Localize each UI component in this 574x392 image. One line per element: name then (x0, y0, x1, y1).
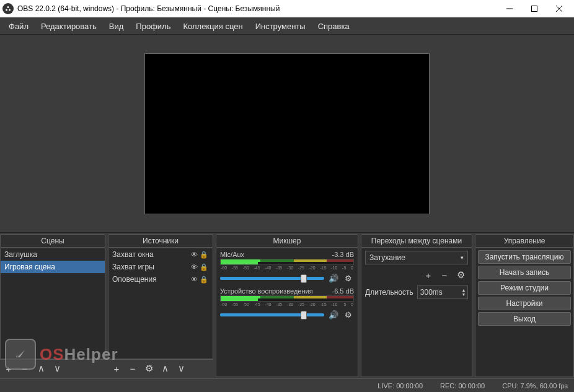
eye-icon[interactable]: 👁 (189, 263, 199, 271)
mixer-header: Микшер (216, 234, 358, 248)
sources-toolbar: + − ⚙ ∧ ∨ (108, 359, 213, 377)
mixer-channel: Устройство воспроизведения-6.5 dB-60-55-… (216, 285, 358, 321)
app-icon (2, 3, 14, 14)
scenes-toolbar: + − ∧ ∨ (0, 359, 105, 377)
gear-icon[interactable]: ⚙ (343, 309, 354, 320)
transitions-panel: Переходы между сценами Затухание ▾ + − ⚙… (361, 234, 472, 377)
transitions-body: Затухание ▾ + − ⚙ Длительность 300ms ▴▾ (361, 248, 472, 377)
remove-source-button[interactable]: − (125, 362, 140, 375)
transition-selected: Затухание (369, 253, 405, 262)
start-record-button[interactable]: Начать запись (478, 266, 571, 279)
duration-spinner[interactable]: 300ms ▴▾ (417, 285, 468, 299)
svg-rect-4 (532, 6, 537, 11)
menu-profile[interactable]: Профиль (130, 19, 177, 33)
svg-point-1 (6, 9, 7, 11)
preview-area (0, 35, 574, 233)
menu-file[interactable]: Файл (2, 19, 35, 33)
duration-value: 300ms (420, 288, 443, 297)
source-down-button[interactable]: ∨ (174, 362, 188, 375)
volume-slider[interactable] (220, 277, 324, 280)
channel-db: -3.3 dB (332, 251, 354, 258)
status-rec: REC: 00:00:00 (440, 382, 485, 390)
settings-button[interactable]: Настройки (478, 297, 571, 310)
mixer-panel: Микшер Mic/Aux-3.3 dB-60-55-50-45-40-35-… (216, 234, 358, 377)
window-titlebar: OBS 22.0.2 (64-bit, windows) - Профиль: … (0, 0, 574, 17)
remove-transition-button[interactable]: − (437, 268, 452, 282)
scenes-body: ЗаглушкаИгровая сцена (0, 248, 105, 359)
source-name: Оповещения (112, 275, 189, 284)
minimize-button[interactable] (497, 0, 522, 17)
menu-edit[interactable]: Редактировать (35, 19, 103, 33)
controls-panel: Управление Запустить трансляцию Начать з… (475, 234, 574, 377)
controls-body: Запустить трансляцию Начать запись Режим… (475, 248, 574, 377)
lock-icon[interactable]: 🔒 (199, 276, 209, 284)
scenes-header: Сцены (0, 234, 105, 248)
scene-up-button[interactable]: ∧ (33, 362, 48, 375)
menu-tools[interactable]: Инструменты (249, 19, 312, 33)
scene-down-button[interactable]: ∨ (50, 362, 64, 375)
menu-scene-collection[interactable]: Коллекция сцен (177, 19, 249, 33)
channel-name: Mic/Aux (220, 251, 244, 258)
add-source-button[interactable]: + (109, 362, 124, 375)
spinner-arrows-icon: ▴▾ (462, 288, 465, 297)
add-scene-button[interactable]: + (1, 362, 16, 375)
sources-body: Захват окна👁🔒Захват игры👁🔒Оповещения👁🔒 (108, 248, 213, 359)
lock-icon[interactable]: 🔒 (199, 263, 209, 271)
mixer-channel: Mic/Aux-3.3 dB-60-55-50-45-40-35-30-25-2… (216, 248, 358, 285)
status-live: LIVE: 00:00:00 (378, 382, 423, 390)
menubar: Файл Редактировать Вид Профиль Коллекция… (0, 17, 574, 35)
svg-point-2 (9, 9, 11, 11)
lock-icon[interactable]: 🔒 (199, 251, 209, 259)
gear-icon[interactable]: ⚙ (343, 272, 354, 284)
preview-canvas[interactable] (144, 53, 430, 214)
maximize-button[interactable] (522, 0, 547, 17)
transition-select[interactable]: Затухание ▾ (365, 251, 468, 264)
menu-view[interactable]: Вид (103, 19, 130, 33)
volume-slider[interactable] (220, 313, 324, 316)
source-name: Захват игры (112, 263, 189, 271)
panels-row: Сцены ЗаглушкаИгровая сцена + − ∧ ∨ Исто… (0, 233, 574, 378)
channel-name: Устройство воспроизведения (220, 287, 313, 295)
sources-header: Источники (108, 234, 213, 248)
close-button[interactable] (547, 0, 572, 17)
window-title: OBS 22.0.2 (64-bit, windows) - Профиль: … (17, 4, 497, 13)
studio-mode-button[interactable]: Режим студии (478, 281, 571, 295)
scene-item[interactable]: Игровая сцена (1, 261, 105, 273)
source-item[interactable]: Захват окна👁🔒 (108, 248, 213, 261)
speaker-icon[interactable]: 🔊 (328, 309, 339, 320)
scene-item[interactable]: Заглушка (1, 248, 105, 261)
vu-meter: -60-55-50-45-40-35-30-25-20-15-10-50 (220, 259, 354, 265)
remove-scene-button[interactable]: − (17, 362, 32, 375)
exit-button[interactable]: Выход (478, 312, 571, 326)
speaker-icon[interactable]: 🔊 (328, 272, 339, 284)
channel-db: -6.5 dB (332, 287, 354, 295)
eye-icon[interactable]: 👁 (189, 251, 199, 258)
eye-icon[interactable]: 👁 (189, 276, 199, 283)
source-item[interactable]: Захват игры👁🔒 (108, 261, 213, 273)
transition-settings-button[interactable]: ⚙ (453, 268, 468, 282)
source-up-button[interactable]: ∧ (157, 362, 172, 375)
statusbar: LIVE: 00:00:00 REC: 00:00:00 CPU: 7.9%, … (0, 378, 574, 392)
transitions-header: Переходы между сценами (361, 234, 472, 248)
add-transition-button[interactable]: + (421, 268, 436, 282)
duration-label: Длительность (365, 288, 413, 297)
source-settings-button[interactable]: ⚙ (141, 362, 156, 375)
source-name: Захват окна (112, 250, 189, 259)
sources-panel: Источники Захват окна👁🔒Захват игры👁🔒Опов… (108, 234, 213, 377)
status-cpu: CPU: 7.9%, 60.00 fps (502, 382, 568, 390)
start-stream-button[interactable]: Запустить трансляцию (478, 250, 571, 264)
controls-header: Управление (475, 234, 574, 248)
mixer-body: Mic/Aux-3.3 dB-60-55-50-45-40-35-30-25-2… (216, 248, 358, 377)
chevron-down-icon: ▾ (461, 255, 464, 261)
vu-meter: -60-55-50-45-40-35-30-25-20-15-10-50 (220, 295, 354, 302)
menu-help[interactable]: Справка (312, 19, 356, 33)
svg-point-0 (7, 6, 9, 8)
source-item[interactable]: Оповещения👁🔒 (108, 273, 213, 285)
scenes-panel: Сцены ЗаглушкаИгровая сцена + − ∧ ∨ (0, 234, 105, 377)
